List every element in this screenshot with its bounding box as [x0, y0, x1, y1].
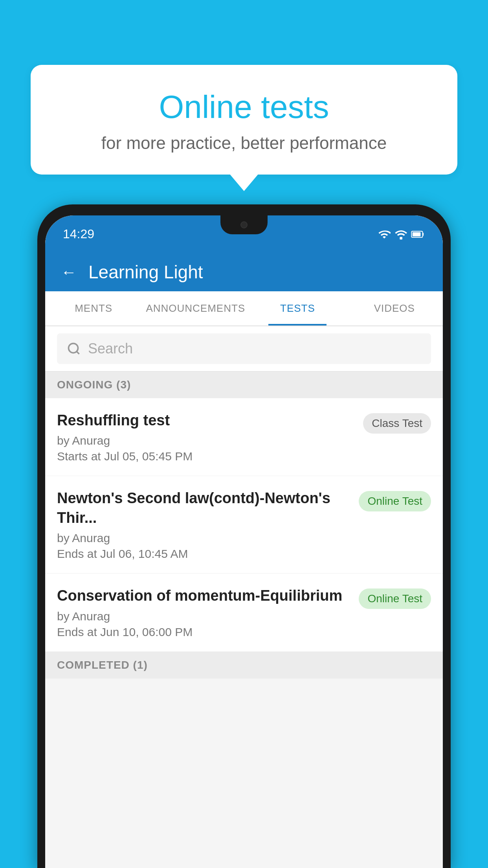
signal-icon	[394, 228, 407, 241]
time-value: Jul 05, 05:45 PM	[104, 450, 193, 463]
completed-label: COMPLETED (1)	[57, 659, 431, 671]
tab-videos[interactable]: VIDEOS	[346, 291, 443, 326]
tabs-bar: MENTS ANNOUNCEMENTS TESTS VIDEOS	[45, 291, 443, 326]
test-item[interactable]: Reshuffling test by Anurag Starts at Jul…	[45, 398, 443, 476]
phone-screen: 14:29	[45, 215, 443, 868]
test-author: by Anurag	[57, 531, 351, 545]
test-info: Newton's Second law(contd)-Newton's Thir…	[57, 489, 359, 561]
completed-section-header: COMPLETED (1)	[45, 652, 443, 679]
svg-rect-0	[400, 237, 402, 239]
back-button[interactable]: ←	[61, 263, 77, 281]
app-header: ← Learning Light	[45, 253, 443, 291]
search-input[interactable]: Search	[88, 340, 133, 357]
search-box[interactable]: Search	[57, 333, 431, 364]
promo-card: Online tests for more practice, better p…	[31, 65, 457, 175]
test-author: by Anurag	[57, 434, 355, 447]
svg-line-4	[77, 351, 79, 354]
time-value: Jul 06, 10:45 AM	[100, 547, 188, 560]
test-item[interactable]: Newton's Second law(contd)-Newton's Thir…	[45, 476, 443, 574]
tab-announcements[interactable]: ANNOUNCEMENTS	[142, 291, 249, 326]
test-time: Ends at Jun 10, 06:00 PM	[57, 625, 351, 639]
test-item[interactable]: Conservation of momentum-Equilibrium by …	[45, 574, 443, 651]
svg-rect-2	[413, 232, 421, 236]
test-time: Starts at Jul 05, 05:45 PM	[57, 450, 355, 463]
phone-frame: 14:29	[37, 204, 451, 868]
wifi-icon	[378, 228, 391, 241]
test-list: Reshuffling test by Anurag Starts at Jul…	[45, 398, 443, 652]
test-author: by Anurag	[57, 610, 351, 623]
tab-ments[interactable]: MENTS	[45, 291, 142, 326]
test-time: Ends at Jul 06, 10:45 AM	[57, 547, 351, 561]
status-bar: 14:29	[45, 215, 443, 253]
time-label: Starts at	[57, 450, 101, 463]
svg-point-3	[69, 344, 78, 353]
test-name: Conservation of momentum-Equilibrium	[57, 586, 351, 605]
time-label: Ends at	[57, 625, 97, 638]
clock: 14:29	[63, 227, 94, 241]
camera	[240, 221, 248, 228]
search-icon	[67, 342, 81, 356]
notch	[220, 215, 268, 234]
test-info: Conservation of momentum-Equilibrium by …	[57, 586, 359, 638]
battery-icon	[411, 228, 425, 241]
status-icons	[378, 228, 425, 241]
test-info: Reshuffling test by Anurag Starts at Jul…	[57, 411, 363, 463]
tab-tests[interactable]: TESTS	[249, 291, 346, 326]
promo-title: Online tests	[50, 88, 438, 125]
ongoing-label: ONGOING (3)	[57, 379, 431, 391]
time-value: Jun 10, 06:00 PM	[100, 625, 193, 638]
promo-subtitle: for more practice, better performance	[50, 133, 438, 153]
ongoing-section-header: ONGOING (3)	[45, 371, 443, 398]
test-badge: Online Test	[359, 491, 431, 511]
time-label: Ends at	[57, 547, 97, 560]
app-title: Learning Light	[88, 261, 203, 283]
test-name: Newton's Second law(contd)-Newton's Thir…	[57, 489, 351, 528]
test-badge: Class Test	[363, 413, 431, 434]
test-name: Reshuffling test	[57, 411, 355, 430]
test-badge: Online Test	[359, 588, 431, 609]
search-container: Search	[45, 326, 443, 371]
